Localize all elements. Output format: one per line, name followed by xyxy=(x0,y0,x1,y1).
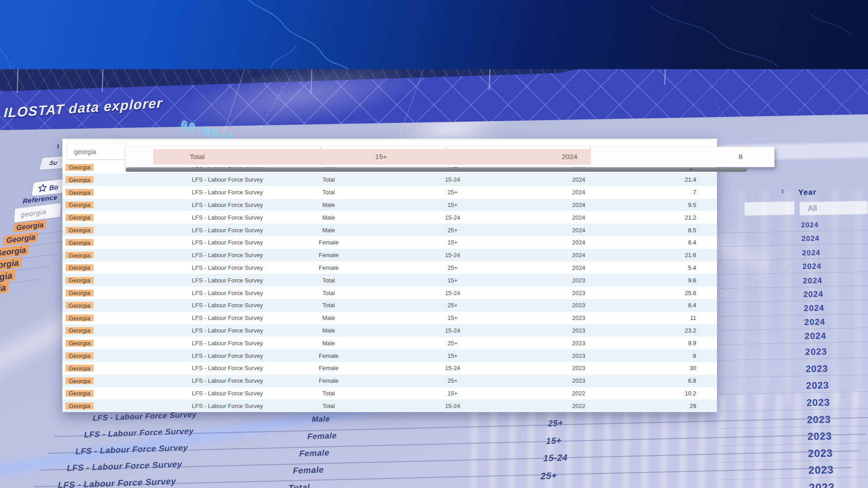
screen: t Su Bo Reference georgia GeorgiaGeorgia… xyxy=(0,0,868,488)
table-row[interactable]: Georgia LFS - Labour Force Survey Male 1… xyxy=(62,324,717,337)
bg-year-row-divider xyxy=(719,392,868,395)
bg-year-cell: 2023 xyxy=(808,464,834,477)
country-highlight: Georgia xyxy=(66,327,94,334)
country-highlight: Georgia xyxy=(66,377,94,384)
value-cell: 8.5 xyxy=(621,227,717,234)
horizontal-scrollbar[interactable] xyxy=(126,168,747,172)
bg-year-cell: 2024 xyxy=(802,262,821,272)
source-cell: LFS - Labour Force Survey xyxy=(166,340,288,347)
country-highlight: Georgia xyxy=(66,390,94,397)
value-cell: 8.4 xyxy=(621,302,717,309)
bg-year-cell: 2023 xyxy=(809,481,835,488)
country-highlight: Georgia xyxy=(66,176,94,183)
table-row[interactable]: Georgia LFS - Labour Force Survey Total … xyxy=(62,174,717,186)
age-cell: 25+ xyxy=(369,189,536,196)
sort-arrows-icon[interactable]: ▲▼ xyxy=(781,189,784,194)
age-cell: 15+ xyxy=(369,314,536,321)
country-search-input[interactable] xyxy=(67,144,127,160)
bg-year-row-divider xyxy=(719,342,868,345)
bg-country-suggestion[interactable]: Georgia xyxy=(13,221,47,233)
table-row[interactable]: Georgia LFS - Labour Force Survey Male 1… xyxy=(62,211,717,224)
bg-year-row-divider xyxy=(719,272,868,275)
table-row[interactable]: Georgia LFS - Labour Force Survey Male 2… xyxy=(62,224,717,236)
age-cell: 25+ xyxy=(369,227,536,234)
table-row[interactable]: Georgia LFS - Labour Force Survey Total … xyxy=(62,299,717,312)
country-highlight: Georgia xyxy=(66,239,94,246)
country-cell: Georgia xyxy=(62,189,166,196)
age-cell: 15+ xyxy=(369,239,536,246)
country-cell: Georgia xyxy=(62,403,166,409)
world-map-outline xyxy=(0,0,868,69)
table-row[interactable]: Georgia LFS - Labour Force Survey Male 2… xyxy=(62,337,717,349)
filter-age-cell[interactable]: 15+ xyxy=(354,147,408,167)
table-row[interactable]: Georgia LFS - Labour Force Survey Total … xyxy=(62,387,717,400)
value-cell: 23.2 xyxy=(621,327,717,334)
table-row[interactable]: Georgia LFS - Labour Force Survey Female… xyxy=(62,362,717,375)
year-cell: 2023 xyxy=(536,365,621,371)
filter-sex-cell[interactable]: Total xyxy=(170,147,224,167)
value-cell: 6.4 xyxy=(621,239,717,246)
table-row[interactable]: Georgia LFS - Labour Force Survey Female… xyxy=(62,262,717,274)
age-cell: 25+ xyxy=(369,377,536,384)
table-row[interactable]: Georgia LFS - Labour Force Survey Female… xyxy=(62,349,717,362)
bg-year-cell: 2024 xyxy=(802,235,820,243)
bg-year-filter-input[interactable]: All xyxy=(799,201,868,216)
top-navy-banner xyxy=(0,0,868,69)
bg-year-row-divider xyxy=(719,328,868,331)
value-cell: 21.4 xyxy=(621,176,717,183)
bg-country-highlight: Georgia xyxy=(0,244,29,259)
bg-year-cell: 2024 xyxy=(804,317,826,327)
reference-area-label: Reference xyxy=(23,193,57,205)
bg-source-cell: LFS - Labour Force Survey xyxy=(92,410,197,423)
bg-country-suggestion[interactable]: Georgia xyxy=(0,245,29,259)
country-highlight: Georgia xyxy=(66,164,94,171)
year-cell: 2024 xyxy=(536,252,621,258)
filter-year-cell[interactable]: 2024 xyxy=(542,147,597,167)
bg-year-cell: 2023 xyxy=(807,397,830,408)
value-cell: 8 xyxy=(621,352,717,359)
source-cell: LFS - Labour Force Survey xyxy=(166,352,288,359)
bg-year-row-divider xyxy=(719,286,868,289)
year-cell: 2024 xyxy=(536,202,621,208)
bg-year-cell: 2023 xyxy=(807,413,831,426)
value-cell: 29 xyxy=(621,403,717,409)
bg-country-suggestion[interactable]: Georgia xyxy=(3,232,38,246)
source-cell: LFS - Labour Force Survey xyxy=(166,314,288,321)
country-cell: Georgia xyxy=(62,302,166,309)
country-cell: Georgia xyxy=(62,239,166,246)
bg-year-cell: 2024 xyxy=(803,290,823,300)
country-highlight: Georgia xyxy=(66,214,94,221)
source-cell: LFS - Labour Force Survey xyxy=(166,403,288,409)
bg-country-suggestion[interactable]: Georgia xyxy=(0,282,9,298)
table-row[interactable]: Georgia LFS - Labour Force Survey Female… xyxy=(62,249,717,262)
table-row[interactable]: Georgia LFS - Labour Force Survey Male 1… xyxy=(62,312,717,324)
table-row[interactable]: Georgia LFS - Labour Force Survey Total … xyxy=(62,399,717,412)
sort-caret-icon[interactable]: ▾ xyxy=(690,167,692,172)
bg-filter-input-partial[interactable] xyxy=(744,201,795,216)
source-cell: LFS - Labour Force Survey xyxy=(166,327,288,334)
table-row[interactable]: Georgia LFS - Labour Force Survey Female… xyxy=(62,236,717,249)
table-row[interactable]: Georgia LFS - Labour Force Survey Total … xyxy=(62,286,717,299)
bg-year-row-divider xyxy=(719,375,868,378)
table-row[interactable]: Georgia LFS - Labour Force Survey Total … xyxy=(62,186,717,199)
table-row[interactable]: Georgia LFS - Labour Force Survey Female… xyxy=(62,375,717,387)
source-cell: LFS - Labour Force Survey xyxy=(166,176,288,183)
sex-cell: Female xyxy=(288,377,369,384)
bg-year-row-divider xyxy=(719,357,868,361)
country-highlight: Georgia xyxy=(66,302,94,309)
table-row[interactable]: Georgia LFS - Labour Force Survey Male 1… xyxy=(62,199,717,211)
sex-cell: Female xyxy=(288,365,369,371)
bg-year-column-header[interactable]: Year xyxy=(798,188,816,197)
sex-cell: Female xyxy=(288,252,369,258)
value-cell: 9.6 xyxy=(621,277,717,284)
source-cell: LFS - Labour Force Survey xyxy=(166,239,288,246)
results-table-body: Georgia LFS - Labour Force Survey Total … xyxy=(62,161,717,412)
table-row[interactable]: Georgia LFS - Labour Force Survey Total … xyxy=(62,274,717,286)
age-cell: 25+ xyxy=(369,340,536,347)
bg-year-cell: 2024 xyxy=(805,331,826,342)
bg-age-cell: 25+ xyxy=(540,470,558,481)
bg-country-filter-input[interactable]: georgia xyxy=(14,203,61,223)
country-highlight: Georgia xyxy=(66,264,94,271)
country-highlight: Georgia xyxy=(66,314,94,321)
sex-cell: Female xyxy=(288,352,369,359)
